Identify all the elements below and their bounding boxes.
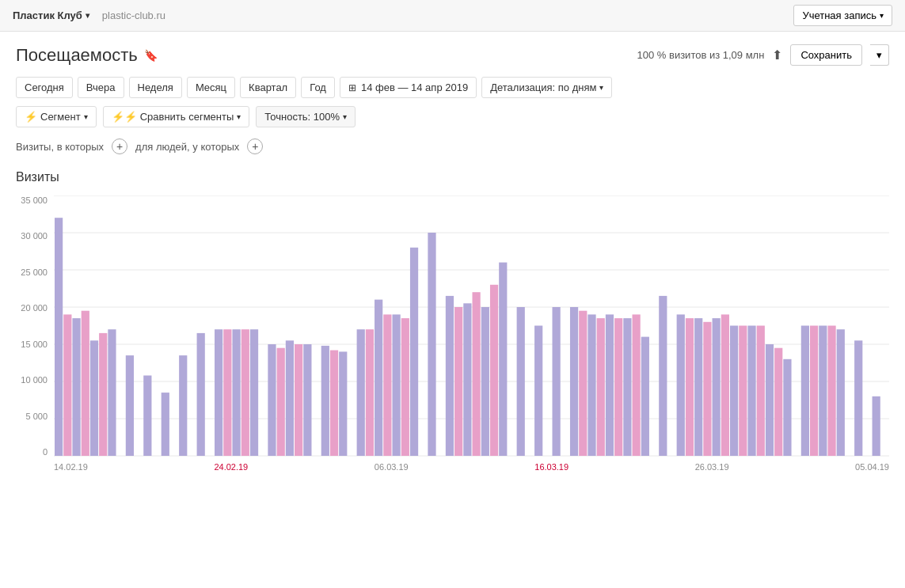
bar-purple[interactable] (143, 375, 151, 456)
bar-purple[interactable] (837, 329, 845, 456)
period-yesterday[interactable]: Вчера (78, 77, 124, 98)
bar-purple[interactable] (854, 340, 862, 456)
bar-purple[interactable] (339, 351, 347, 456)
add-visits-condition-button[interactable]: + (112, 138, 127, 154)
bar-purple[interactable] (747, 326, 755, 457)
bar-purple[interactable] (268, 344, 276, 456)
bar-purple[interactable] (659, 296, 667, 456)
bar-purple[interactable] (428, 233, 435, 456)
bar-pink[interactable] (223, 329, 231, 456)
bar-purple[interactable] (517, 307, 525, 456)
bar-pink[interactable] (827, 326, 835, 457)
bar-pink[interactable] (739, 326, 747, 457)
bar-purple[interactable] (321, 346, 329, 456)
bar-purple[interactable] (108, 329, 116, 456)
compare-segments-button[interactable]: ⚡⚡ Сравнить сегменты ▾ (103, 106, 250, 127)
bar-pink[interactable] (757, 326, 765, 457)
bar-purple[interactable] (623, 318, 631, 456)
bar-purple[interactable] (232, 329, 240, 456)
bar-pink[interactable] (490, 285, 498, 456)
bar-pink[interactable] (295, 344, 302, 456)
bar-purple[interactable] (534, 326, 542, 457)
bar-pink[interactable] (703, 322, 711, 456)
share-button[interactable]: ⬆ (772, 47, 782, 63)
bar-purple[interactable] (72, 318, 80, 456)
accuracy-button[interactable]: Точность: 100% ▾ (256, 106, 356, 127)
bar-purple[interactable] (410, 248, 418, 456)
period-month[interactable]: Месяц (187, 77, 235, 98)
bar-purple[interactable] (357, 329, 365, 456)
bar-pink[interactable] (401, 318, 409, 456)
bar-pink[interactable] (383, 314, 391, 456)
bar-purple[interactable] (783, 359, 791, 456)
add-people-condition-button[interactable]: + (247, 138, 263, 154)
bar-purple[interactable] (392, 314, 400, 456)
segment-button[interactable]: ⚡ Сегмент ▾ (16, 106, 97, 127)
bar-pink[interactable] (721, 314, 729, 456)
bar-pink[interactable] (633, 314, 641, 456)
bar-purple[interactable] (730, 326, 738, 457)
detail-chevron: ▾ (599, 83, 603, 92)
period-quarter[interactable]: Квартал (240, 77, 296, 98)
save-button[interactable]: Сохранить (790, 44, 862, 66)
filter-icon: ⚡ (25, 111, 37, 123)
bar-purple[interactable] (553, 307, 561, 456)
bar-pink[interactable] (454, 307, 462, 456)
x-label-3: 16.03.19 (534, 462, 568, 472)
bar-pink[interactable] (366, 329, 374, 456)
bar-purple[interactable] (694, 318, 702, 456)
bar-purple[interactable] (463, 303, 471, 456)
bar-purple[interactable] (677, 314, 685, 456)
bar-purple[interactable] (90, 340, 98, 456)
bar-purple[interactable] (375, 300, 382, 456)
bar-pink[interactable] (597, 318, 605, 456)
bar-purple[interactable] (286, 340, 294, 456)
chart-section: Визиты 35 000 30 000 25 000 20 000 15 00… (16, 170, 889, 472)
bar-purple[interactable] (499, 263, 507, 456)
bar-purple[interactable] (179, 355, 187, 456)
brand-name: Пластик Клуб (13, 9, 82, 21)
bar-purple[interactable] (446, 296, 454, 456)
bar-purple[interactable] (819, 326, 827, 457)
bar-pink[interactable] (774, 348, 782, 456)
bar-pink[interactable] (330, 351, 338, 456)
bar-pink[interactable] (63, 314, 71, 456)
bar-pink[interactable] (686, 318, 694, 456)
bar-purple[interactable] (587, 314, 595, 456)
bar-pink[interactable] (241, 329, 249, 456)
period-week[interactable]: Неделя (129, 77, 182, 98)
bar-purple[interactable] (197, 333, 205, 456)
bar-purple[interactable] (162, 393, 169, 456)
segment-row: ⚡ Сегмент ▾ ⚡⚡ Сравнить сегменты ▾ Точно… (16, 106, 889, 127)
bar-purple[interactable] (606, 314, 614, 456)
bar-purple[interactable] (215, 329, 222, 456)
bar-pink[interactable] (614, 318, 622, 456)
bar-purple[interactable] (766, 344, 774, 456)
brand-button[interactable]: Пластик Клуб ▾ (13, 9, 89, 21)
bar-purple[interactable] (481, 307, 489, 456)
bar-purple[interactable] (303, 344, 311, 456)
period-year[interactable]: Год (301, 77, 335, 98)
date-range-button[interactable]: ⊞ 14 фев — 14 апр 2019 (340, 77, 477, 98)
bar-purple[interactable] (126, 355, 134, 456)
topbar-right: Учетная запись ▾ (793, 5, 892, 26)
bookmark-icon[interactable]: 🔖 (144, 49, 158, 62)
bar-pink[interactable] (473, 292, 481, 456)
bar-purple[interactable] (713, 318, 721, 456)
bar-purple[interactable] (801, 326, 809, 457)
bar-pink[interactable] (99, 333, 107, 456)
bar-pink[interactable] (810, 326, 818, 457)
detail-button[interactable]: Детализация: по дням ▾ (481, 77, 612, 98)
bar-pink[interactable] (579, 311, 587, 456)
bar-purple[interactable] (641, 337, 649, 456)
bar-purple[interactable] (873, 396, 880, 456)
bar-purple[interactable] (250, 329, 258, 456)
bar-pink[interactable] (277, 348, 285, 456)
period-today[interactable]: Сегодня (16, 77, 73, 98)
account-button[interactable]: Учетная запись ▾ (793, 5, 892, 26)
bar-purple[interactable] (55, 218, 63, 456)
bar-pink[interactable] (82, 311, 89, 456)
save-dropdown-button[interactable]: ▾ (870, 44, 889, 66)
bar-purple[interactable] (570, 307, 578, 456)
page-title-area: Посещаемость 🔖 (16, 45, 158, 66)
